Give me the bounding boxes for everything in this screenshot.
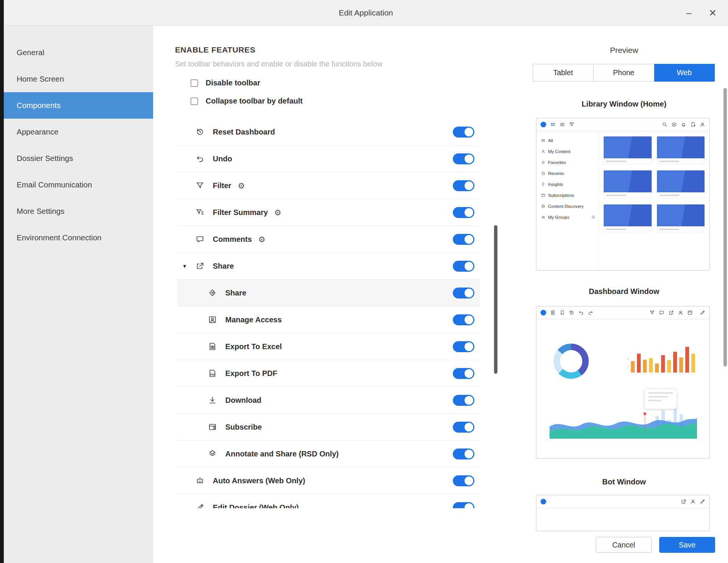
nav-item-my-content: My Content	[536, 146, 598, 157]
tab-tablet[interactable]: Tablet	[533, 64, 593, 82]
close-icon[interactable]: ✕	[709, 8, 717, 18]
sidebar-item-dossier-settings[interactable]: Dossier Settings	[4, 145, 153, 172]
disable-toolbar-checkbox[interactable]	[191, 79, 198, 87]
checkbox-label: Collapse toolbar by default	[206, 97, 303, 105]
collapse-arrow-icon[interactable]: ▼	[182, 263, 187, 269]
undo-icon	[195, 154, 204, 163]
toggle-share-sub[interactable]	[453, 288, 474, 299]
toggle-share[interactable]	[453, 261, 474, 272]
panel-icon	[687, 310, 693, 316]
library-preview-nav: All My Content Favorites Recents Insight…	[536, 131, 599, 271]
feature-label: Manage Access	[225, 316, 282, 324]
dossier-tile	[604, 204, 652, 232]
toggle-manage-access[interactable]	[453, 314, 474, 325]
dossier-tile	[657, 170, 705, 198]
search-icon	[662, 122, 668, 127]
feature-label: Export To PDF	[225, 369, 277, 378]
grid-view-icon	[550, 122, 556, 127]
dossier-tile	[604, 170, 652, 198]
dashboard-window-label: Dashboard Window	[520, 287, 728, 296]
preview-panel: Preview Tablet Phone Web Library Window …	[520, 26, 728, 563]
nav-item-insights: Insights	[536, 179, 598, 190]
filter-summary-icon	[195, 208, 204, 217]
feature-label: Share	[213, 262, 234, 271]
toggle-download[interactable]	[453, 395, 474, 406]
feature-label: Subscribe	[225, 423, 262, 432]
dashboard-window-preview	[536, 306, 710, 459]
cancel-button[interactable]: Cancel	[596, 537, 652, 553]
dossier-tile	[657, 136, 705, 164]
toggle-auto-answers[interactable]	[453, 475, 474, 486]
notifications-icon	[681, 122, 686, 127]
bot-window-preview	[536, 495, 710, 531]
section-subtitle: Set toolbar behaviors and enable or disa…	[175, 60, 383, 68]
library-preview-toolbar	[536, 118, 709, 131]
add-group-icon	[591, 215, 595, 219]
toggle-export-excel[interactable]	[453, 341, 474, 352]
filter-icon	[649, 310, 655, 316]
sidebar-item-general[interactable]: General	[4, 39, 153, 66]
app-logo-icon	[541, 122, 546, 127]
minimize-icon[interactable]: –	[686, 8, 691, 18]
library-preview-grid	[599, 131, 709, 271]
edit-icon	[700, 499, 705, 504]
toggle-edit-dossier[interactable]	[453, 502, 474, 509]
edit-application-dialog: Edit Application – ✕ General Home Screen…	[4, 0, 728, 563]
sidebar-item-email-communication[interactable]: Email Communication	[4, 172, 153, 198]
toggle-comments[interactable]	[453, 234, 474, 245]
sidebar-item-appearance[interactable]: Appearance	[4, 119, 153, 145]
app-logo-icon	[541, 310, 546, 316]
toggle-filter[interactable]	[453, 180, 474, 191]
toc-icon	[550, 310, 556, 316]
feature-label: Filter	[213, 181, 231, 190]
feature-label: Edit Dossier (Web Only)	[213, 503, 299, 509]
account-icon	[678, 310, 683, 316]
filter-summary-settings-gear-icon[interactable]: ⚙	[274, 209, 282, 217]
toggle-subscribe[interactable]	[453, 422, 474, 433]
window-scrollbar[interactable]	[723, 88, 727, 367]
dossier-tile	[657, 204, 705, 232]
all-icon	[541, 138, 545, 143]
sidebar-item-more-settings[interactable]: More Settings	[4, 198, 153, 224]
disable-toolbar-checkbox-row[interactable]: Disable toolbar	[191, 79, 260, 87]
library-window-preview: All My Content Favorites Recents Insight…	[536, 118, 710, 271]
feature-label: Reset Dashboard	[213, 128, 275, 136]
toggle-annotate-share[interactable]	[453, 449, 474, 459]
favorites-icon	[541, 160, 545, 165]
nav-item-subscriptions: Subscriptions	[536, 190, 598, 201]
filter-settings-gear-icon[interactable]: ⚙	[238, 182, 245, 190]
reset-icon	[569, 310, 575, 316]
list-view-icon	[559, 122, 565, 127]
save-button[interactable]: Save	[659, 537, 715, 553]
toggle-filter-summary[interactable]	[453, 207, 474, 218]
export-pdf-icon	[208, 369, 217, 378]
settings-sidebar: General Home Screen Components Appearanc…	[4, 26, 153, 563]
sidebar-item-environment-connection[interactable]: Environment Connection	[4, 224, 153, 251]
feature-list: Reset Dashboard Undo Filter ⚙ Filter	[177, 119, 480, 508]
nav-item-my-groups: My Groups	[536, 212, 598, 223]
share-icon	[681, 499, 686, 504]
toggle-reset-dashboard[interactable]	[453, 127, 474, 138]
feature-row-manage-access: Manage Access	[177, 306, 480, 333]
content-discovery-icon	[541, 204, 545, 209]
comments-settings-gear-icon[interactable]: ⚙	[258, 235, 265, 243]
collapse-toolbar-checkbox-row[interactable]: Collapse toolbar by default	[191, 97, 303, 105]
tab-phone[interactable]: Phone	[593, 64, 654, 82]
feature-row-filter-summary: Filter Summary ⚙	[177, 199, 480, 226]
subscriptions-icon	[541, 193, 545, 198]
bar-chart	[627, 343, 700, 374]
feature-label: Auto Answers (Web Only)	[213, 476, 305, 485]
feature-list-scrollbar[interactable]	[494, 225, 497, 374]
sidebar-item-home-screen[interactable]: Home Screen	[4, 66, 153, 92]
tab-web[interactable]: Web	[654, 64, 715, 82]
toggle-undo[interactable]	[453, 153, 474, 164]
sidebar-item-components[interactable]: Components	[4, 92, 153, 119]
auto-answers-icon	[195, 476, 204, 485]
collapse-toolbar-checkbox[interactable]	[191, 97, 198, 105]
feature-row-comments: Comments ⚙	[177, 226, 480, 253]
toggle-export-pdf[interactable]	[453, 368, 474, 379]
feature-row-undo: Undo	[177, 145, 480, 172]
manage-access-icon	[208, 315, 217, 324]
account-icon	[700, 122, 705, 127]
account-icon	[690, 499, 696, 504]
